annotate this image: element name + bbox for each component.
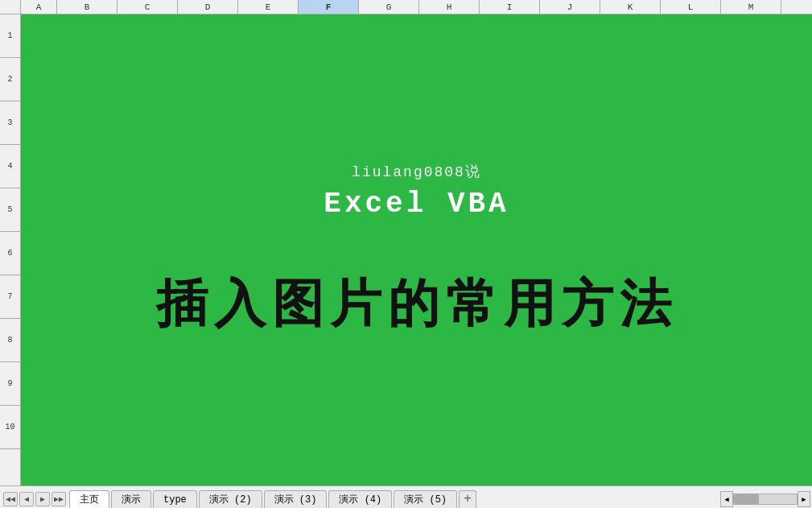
row-num-4[interactable]: 4 — [0, 145, 20, 188]
col-header-b[interactable]: B — [57, 0, 117, 14]
header-corner — [0, 0, 21, 14]
presentation-slide: liulang0808说 Excel VBA 插入图片的常用方法 — [21, 14, 812, 485]
tab-nav-last[interactable]: ▶▶ — [52, 492, 66, 506]
tab-demo1[interactable]: 演示 — [111, 490, 151, 508]
tab-demo3[interactable]: 演示 (3) — [264, 490, 328, 508]
row-num-9[interactable]: 9 — [0, 362, 20, 406]
slide-title-main: Excel VBA — [324, 188, 509, 221]
add-sheet-button[interactable]: + — [459, 490, 476, 508]
row-num-7[interactable]: 7 — [0, 275, 20, 319]
grid-area: liulang0808说 Excel VBA 插入图片的常用方法 — [21, 14, 812, 485]
tab-demo4[interactable]: 演示 (4) — [328, 490, 392, 508]
row-numbers: 1 2 3 4 5 6 7 8 9 10 — [0, 14, 21, 485]
column-headers: A B C D E F G H I J K L M — [0, 0, 812, 14]
col-header-f[interactable]: F — [299, 0, 359, 14]
row-num-3[interactable]: 3 — [0, 101, 20, 145]
col-header-m[interactable]: M — [721, 0, 781, 14]
row-num-10[interactable]: 10 — [0, 406, 20, 449]
tab-home[interactable]: 主页 — [69, 490, 109, 508]
col-header-c[interactable]: C — [117, 0, 178, 14]
col-header-a[interactable]: A — [21, 0, 57, 14]
tab-nav-first[interactable]: ◀◀ — [3, 492, 18, 506]
row-num-8[interactable]: 8 — [0, 319, 20, 362]
tab-demo5[interactable]: 演示 (5) — [394, 490, 457, 508]
row-num-1[interactable]: 1 — [0, 14, 20, 58]
col-header-i[interactable]: I — [480, 0, 540, 14]
tab-nav-buttons: ◀◀ ◀ ▶ ▶▶ — [3, 490, 66, 508]
scroll-left-btn[interactable]: ◀ — [720, 491, 733, 507]
slide-subtitle: liulang0808说 — [352, 162, 481, 181]
col-header-d[interactable]: D — [178, 0, 238, 14]
tab-nav-prev[interactable]: ◀ — [19, 492, 34, 506]
col-header-g[interactable]: G — [359, 0, 419, 14]
horizontal-scrollbar[interactable] — [733, 494, 798, 505]
col-header-e[interactable]: E — [238, 0, 299, 14]
tab-bar: ◀◀ ◀ ▶ ▶▶ 主页 演示 type 演示 (2) 演示 (3) 演示 (4… — [0, 485, 812, 508]
col-header-k[interactable]: K — [600, 0, 661, 14]
spreadsheet-area: 1 2 3 4 5 6 7 8 9 10 liulang0808说 Excel … — [0, 14, 812, 485]
row-num-5[interactable]: 5 — [0, 188, 20, 232]
tab-demo2[interactable]: 演示 (2) — [199, 490, 262, 508]
col-header-j[interactable]: J — [540, 0, 600, 14]
col-header-l[interactable]: L — [661, 0, 721, 14]
scroll-right-btn[interactable]: ▶ — [798, 491, 810, 507]
scroll-thumb — [734, 494, 759, 504]
tab-nav-next[interactable]: ▶ — [35, 492, 50, 506]
row-num-2[interactable]: 2 — [0, 58, 20, 101]
row-num-6[interactable]: 6 — [0, 232, 20, 275]
tab-type[interactable]: type — [153, 490, 197, 508]
col-header-h[interactable]: H — [419, 0, 480, 14]
slide-title-chinese: 插入图片的常用方法 — [156, 269, 678, 339]
